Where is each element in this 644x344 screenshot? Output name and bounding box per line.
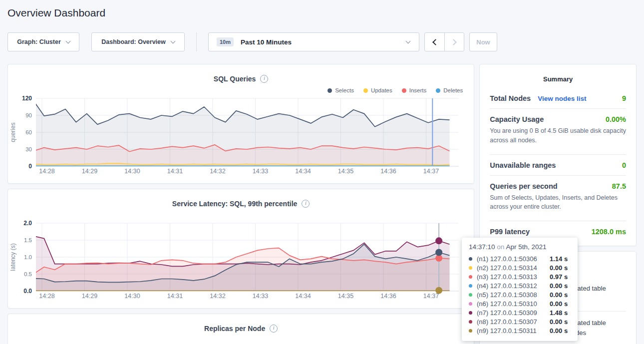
- svg-text:14:35: 14:35: [338, 293, 353, 300]
- node-address: (n2) 127.0.0.1:50314: [477, 264, 550, 272]
- svg-text:0: 0: [28, 163, 32, 170]
- sql-queries-legend: SelectsUpdatesInsertsDeletes: [327, 87, 463, 93]
- graph-dropdown[interactable]: Graph: Cluster: [7, 32, 79, 51]
- legend-dot-icon: [327, 88, 332, 93]
- tooltip-node-row: (n5) 127.0.0.1:503080.00 s: [469, 290, 571, 299]
- svg-text:14:28: 14:28: [39, 293, 54, 300]
- tooltip-node-row: (n7) 127.0.0.1:503091.48 s: [469, 308, 571, 317]
- now-button[interactable]: Now: [469, 32, 497, 51]
- svg-text:14:33: 14:33: [253, 293, 268, 300]
- legend-label: Updates: [371, 87, 392, 93]
- tooltip-node-row: (n8) 127.0.0.1:503070.00 s: [469, 317, 571, 326]
- chevron-down-icon: [170, 38, 175, 43]
- tooltip-node-row: (n3) 127.0.0.1:503130.97 s: [469, 272, 571, 281]
- charts-column: SQL Queries i SelectsUpdatesInsertsDelet…: [7, 64, 474, 344]
- svg-text:30: 30: [25, 146, 32, 152]
- info-icon[interactable]: i: [270, 325, 278, 333]
- svg-text:queries: queries: [9, 122, 16, 142]
- info-icon[interactable]: i: [302, 200, 310, 208]
- node-color-dot-icon: [469, 302, 472, 306]
- svg-text:14:35: 14:35: [338, 168, 353, 175]
- svg-text:14:34: 14:34: [295, 168, 311, 175]
- queries-per-second-value: 87.5: [612, 182, 626, 190]
- dashboard-dropdown[interactable]: Dashboard: Overview: [91, 32, 185, 51]
- svg-text:14:34: 14:34: [295, 293, 311, 300]
- replicas-per-node-panel: Replicas per Node i: [7, 314, 474, 344]
- svg-text:1.0: 1.0: [24, 254, 32, 260]
- page-title: Overview Dashboard: [7, 7, 644, 19]
- node-latency-value: 0.00 s: [550, 327, 568, 335]
- chevron-down-icon: [406, 39, 411, 44]
- legend-label: Selects: [335, 87, 354, 93]
- sql-queries-chart[interactable]: 14:2814:2914:3014:3114:3214:3314:3414:35…: [8, 94, 474, 180]
- legend-item-updates[interactable]: Updates: [363, 87, 392, 93]
- svg-text:0.0: 0.0: [23, 288, 32, 295]
- node-latency-value: 1.48 s: [550, 309, 568, 317]
- dashboard-dropdown-label: Dashboard: Overview: [101, 38, 166, 45]
- node-latency-value: 0.00 s: [550, 282, 568, 290]
- node-address: (n6) 127.0.0.1:50310: [477, 300, 550, 308]
- view-nodes-list-link[interactable]: View nodes list: [538, 95, 586, 102]
- chart-hover-tooltip: 14:37:10 on Apr 5th, 2021 (n1) 127.0.0.1…: [462, 238, 578, 341]
- legend-item-inserts[interactable]: Inserts: [402, 87, 427, 93]
- legend-label: Deletes: [443, 87, 463, 93]
- node-address: (n3) 127.0.0.1:50313: [477, 273, 550, 281]
- service-latency-panel: Service Latency: SQL, 99th percentile i …: [7, 189, 474, 309]
- tooltip-node-row: (n4) 127.0.0.1:503120.00 s: [469, 281, 571, 290]
- capacity-usage-label: Capacity Usage: [490, 115, 544, 123]
- info-icon[interactable]: i: [260, 75, 268, 83]
- queries-per-second-label: Queries per second: [490, 182, 557, 190]
- queries-per-second-row: Queries per second 87.5: [490, 176, 626, 192]
- total-nodes-label: Total Nodes: [490, 94, 531, 102]
- total-nodes-value: 9: [622, 94, 626, 102]
- tooltip-node-row: (n9) 127.0.0.1:503110.00 s: [469, 326, 571, 335]
- next-time-button[interactable]: [444, 33, 464, 51]
- chart-title: Replicas per Node: [204, 325, 265, 333]
- svg-text:14:29: 14:29: [82, 168, 97, 175]
- svg-text:14:33: 14:33: [253, 168, 268, 175]
- node-color-dot-icon: [469, 257, 472, 261]
- svg-text:14:36: 14:36: [380, 168, 396, 175]
- legend-item-selects[interactable]: Selects: [327, 87, 354, 93]
- svg-text:14:30: 14:30: [124, 168, 140, 175]
- sql-queries-header: SQL Queries i: [8, 64, 474, 84]
- node-latency-value: 0.00 s: [550, 300, 568, 308]
- graph-dropdown-label: Graph: Cluster: [17, 38, 61, 45]
- time-range-badge: 10m: [217, 37, 234, 46]
- node-latency-value: 0.97 s: [550, 273, 568, 281]
- node-address: (n8) 127.0.0.1:50307: [477, 318, 550, 326]
- capacity-usage-description: You are using 0 B of 4.5 GiB usable disk…: [490, 125, 626, 150]
- chart-title: SQL Queries: [214, 75, 256, 83]
- svg-text:14:37: 14:37: [423, 293, 439, 300]
- node-color-dot-icon: [469, 284, 472, 288]
- node-address: (n9) 127.0.0.1:50311: [477, 327, 550, 335]
- chevron-left-icon: [432, 39, 439, 45]
- prev-time-button[interactable]: [425, 33, 444, 51]
- svg-text:14:31: 14:31: [167, 293, 183, 300]
- summary-title: Summary: [490, 75, 626, 83]
- node-color-dot-icon: [469, 329, 472, 333]
- p99-latency-label: P99 latency: [490, 228, 530, 236]
- time-range-selector[interactable]: 10m Past 10 Minutes: [208, 32, 419, 51]
- node-latency-value: 0.00 s: [550, 264, 568, 272]
- node-color-dot-icon: [469, 293, 472, 297]
- node-color-dot-icon: [469, 320, 472, 324]
- unavailable-ranges-value: 0: [622, 161, 626, 169]
- legend-item-deletes[interactable]: Deletes: [436, 87, 463, 93]
- unavailable-ranges-label: Unavailable ranges: [490, 161, 556, 169]
- svg-text:0.5: 0.5: [24, 271, 32, 277]
- time-pager: [424, 32, 464, 51]
- svg-text:1.5: 1.5: [24, 237, 32, 243]
- svg-text:60: 60: [25, 129, 32, 135]
- service-latency-chart[interactable]: 14:2814:2914:3014:3114:3214:3314:3414:35…: [8, 219, 474, 305]
- node-color-dot-icon: [469, 311, 472, 315]
- tooltip-timestamp: 14:37:10 on Apr 5th, 2021: [469, 243, 571, 251]
- chevron-down-icon: [65, 38, 70, 43]
- time-range-label: Past 10 Minutes: [241, 38, 292, 46]
- toolbar-divider: [196, 32, 197, 51]
- node-latency-value: 1.14 s: [550, 255, 568, 263]
- replicas-per-node-header: Replicas per Node i: [8, 314, 474, 334]
- node-latency-value: 0.00 s: [550, 318, 568, 326]
- svg-text:14:32: 14:32: [210, 293, 225, 300]
- toolbar: Graph: Cluster Dashboard: Overview 10m P…: [7, 32, 637, 51]
